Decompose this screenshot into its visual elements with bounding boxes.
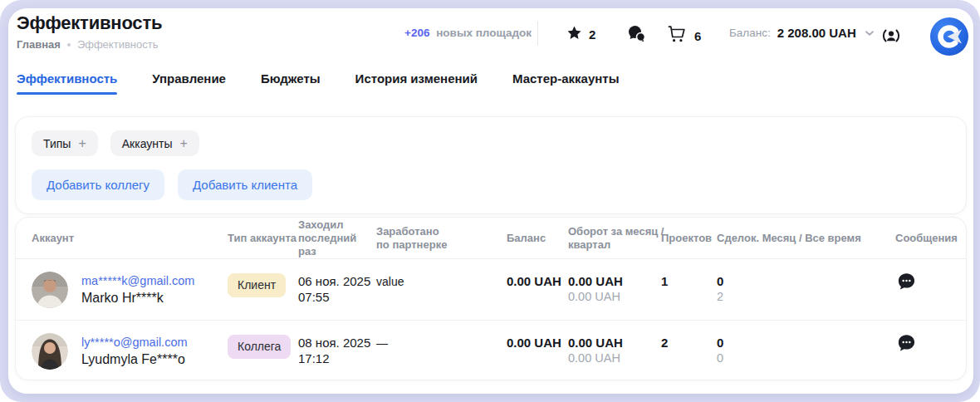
- star-icon: [566, 25, 582, 44]
- partner-earnings-value: —: [376, 336, 388, 350]
- breadcrumb-home-link[interactable]: Главная: [17, 38, 61, 51]
- account-name: Lyudmyla Fe****o: [81, 351, 188, 369]
- account-type-badge: Клиент: [228, 273, 286, 297]
- tab-change-history[interactable]: История изменений: [355, 71, 478, 95]
- page-header: Эффективность Главная Эффективность +206…: [8, 8, 973, 68]
- last-visit-date: 08 ноя. 2025: [298, 335, 377, 351]
- breadcrumb-separator: [67, 43, 71, 47]
- account-cell: ma*****k@gmail.com Marko Hr****k: [81, 259, 194, 320]
- deals-alltime: 2: [717, 289, 875, 305]
- avatar: [32, 259, 68, 320]
- filter-chip-types-label: Типы: [43, 137, 71, 150]
- messages-cell: [895, 259, 953, 320]
- filter-chips: Типы + Аккаунты +: [32, 130, 199, 156]
- balance-label: Баланс:: [729, 27, 771, 39]
- deals-month: 0: [717, 335, 875, 351]
- turnover-quarter: 0.00 UAH: [568, 289, 664, 305]
- user-broadcast-icon[interactable]: [880, 25, 902, 50]
- new-sites-link[interactable]: +206 новых площадок: [404, 27, 532, 39]
- page-title: Эффективность: [17, 12, 162, 34]
- last-visit-time: 07:55: [298, 289, 377, 305]
- plus-icon: +: [78, 136, 86, 151]
- last-visit-cell: 06 ноя. 2025 07:55: [298, 259, 377, 320]
- account-name: Marko Hr****k: [81, 289, 194, 307]
- balance-dropdown[interactable]: Баланс: 2 208.00 UAH: [729, 26, 875, 40]
- new-sites-count: +206: [404, 27, 429, 39]
- turnover-cell: 0.00 UAH 0.00 UAH: [568, 259, 664, 320]
- partner-earnings-value: value: [376, 275, 404, 288]
- message-bubble-icon: [895, 271, 918, 293]
- account-email-link[interactable]: ly*****o@gmail.com: [81, 334, 188, 351]
- col-deals: Сделок. Месяц / Все время: [717, 218, 883, 259]
- table-header: Аккаунт Тип аккаунта Заходил последний р…: [16, 218, 966, 259]
- message-button[interactable]: [895, 332, 918, 355]
- table-row[interactable]: ly*****o@gmail.com Lyudmyla Fe****o Колл…: [16, 320, 966, 380]
- col-account-type: Тип аккаунта: [228, 218, 302, 259]
- balance-value: 2 208.00 UAH: [777, 26, 856, 40]
- new-sites-label: новых площадок: [436, 27, 532, 39]
- deals-alltime: 0: [717, 351, 875, 366]
- add-client-button[interactable]: Добавить клиента: [178, 169, 312, 200]
- filter-chip-accounts-label: Аккаунты: [122, 137, 173, 150]
- header-divider: [537, 21, 538, 46]
- filters-card: Типы + Аккаунты + Добавить коллегу Добав…: [15, 116, 967, 214]
- cart-button[interactable]: 6: [668, 25, 701, 47]
- col-messages: Сообщения: [895, 218, 962, 259]
- col-balance: Баланс: [507, 218, 565, 259]
- account-cell: ly*****o@gmail.com Lyudmyla Fe****o: [81, 321, 188, 380]
- deals-cell: 0 0: [717, 321, 875, 380]
- col-account: Аккаунт: [32, 218, 74, 259]
- page-card: Эффективность Главная Эффективность +206…: [8, 8, 973, 394]
- message-bubble-icon: [895, 332, 918, 355]
- filter-chip-types[interactable]: Типы +: [32, 130, 98, 156]
- favorites-button[interactable]: 2: [566, 25, 595, 44]
- partner-earnings-cell: —: [376, 321, 459, 380]
- account-type-badge: Коллега: [228, 335, 291, 359]
- action-buttons: Добавить коллегу Добавить клиента: [32, 169, 312, 200]
- messages-cell: [895, 321, 953, 380]
- avatar: [32, 321, 68, 380]
- chevron-down-icon: [865, 30, 875, 37]
- account-email-link[interactable]: ma*****k@gmail.com: [81, 272, 194, 289]
- last-visit-date: 06 ноя. 2025: [298, 273, 377, 289]
- tab-budgets[interactable]: Бюджеты: [261, 71, 321, 95]
- chat-bubbles-icon: [627, 25, 646, 46]
- filter-chip-accounts[interactable]: Аккаунты +: [110, 130, 199, 156]
- cart-count: 6: [694, 29, 701, 43]
- turnover-month: 0.00 UAH: [568, 273, 664, 289]
- balance-cell: 0.00 UAH: [507, 321, 573, 380]
- projects-cell: 2: [661, 321, 711, 380]
- turnover-cell: 0.00 UAH 0.00 UAH: [568, 321, 664, 380]
- favorites-count: 2: [589, 27, 595, 42]
- tab-master-accounts[interactable]: Мастер-аккаунты: [512, 71, 619, 95]
- add-colleague-button[interactable]: Добавить коллегу: [32, 169, 164, 200]
- deals-month: 0: [717, 273, 875, 289]
- plus-icon: +: [179, 136, 187, 151]
- balance-cell: 0.00 UAH: [507, 259, 573, 320]
- partner-earnings-cell: value: [376, 259, 459, 320]
- message-button[interactable]: [895, 271, 918, 293]
- tab-management[interactable]: Управление: [152, 71, 226, 95]
- tab-bar: Эффективность Управление Бюджеты История…: [17, 71, 619, 95]
- col-last-visit: Заходил последний раз: [298, 218, 377, 259]
- col-projects: Проектов: [661, 218, 719, 259]
- brand-logo[interactable]: [930, 17, 968, 56]
- projects-count: 1: [661, 274, 668, 288]
- turnover-month: 0.00 UAH: [568, 335, 664, 351]
- breadcrumb: Главная Эффективность: [17, 38, 158, 51]
- table-row[interactable]: ma*****k@gmail.com Marko Hr****k Клиент …: [16, 259, 966, 320]
- chats-button[interactable]: [627, 25, 646, 46]
- balance-amount: 0.00 UAH: [507, 274, 561, 288]
- tab-effectiveness[interactable]: Эффективность: [17, 71, 117, 95]
- projects-count: 2: [661, 336, 668, 350]
- app-background: Эффективность Главная Эффективность +206…: [0, 0, 980, 402]
- account-type-cell: Коллега: [228, 321, 291, 380]
- balance-amount: 0.00 UAH: [507, 336, 561, 350]
- col-turnover: Оборот за месяц / квартал: [568, 218, 668, 259]
- col-partner-earnings: Заработано по партнерке: [376, 218, 453, 259]
- cart-icon: [668, 25, 688, 47]
- projects-cell: 1: [661, 259, 711, 320]
- turnover-quarter: 0.00 UAH: [568, 351, 664, 366]
- last-visit-cell: 08 ноя. 2025 17:12: [298, 321, 377, 380]
- deals-cell: 0 2: [717, 259, 875, 320]
